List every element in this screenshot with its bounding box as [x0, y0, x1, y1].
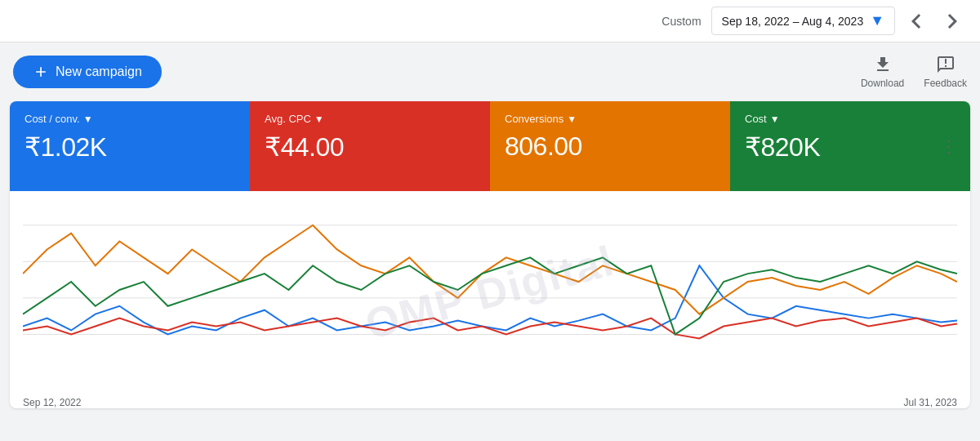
metric-tile-conversions: Conversions ▼ 806.00: [490, 101, 730, 191]
chart-area: OMP Digital: [10, 191, 970, 394]
metrics-row: Cost / conv. ▼ ₹1.02K Avg. CPC ▼ ₹44.00 …: [10, 101, 970, 191]
feedback-button[interactable]: Feedback: [924, 55, 967, 89]
prev-date-button[interactable]: [902, 7, 931, 36]
metric-tile-avg-cpc-chevron[interactable]: ▼: [314, 114, 324, 125]
metric-tile-cost-conv-label: Cost / conv.: [24, 113, 80, 125]
metric-tile-cost-header: Cost ▼: [745, 113, 956, 125]
metric-tile-cost-chevron[interactable]: ▼: [770, 114, 780, 125]
top-bar: Custom Sep 18, 2022 – Aug 4, 2023 ▼: [0, 0, 980, 42]
metric-tile-avg-cpc-header: Avg. CPC ▼: [265, 113, 475, 125]
feedback-label: Feedback: [924, 78, 967, 89]
plus-icon: [33, 64, 49, 80]
feedback-icon: [936, 55, 956, 74]
metric-tile-conversions-label: Conversions: [505, 113, 564, 125]
download-button[interactable]: Download: [861, 55, 904, 89]
metric-tile-cost-conv: Cost / conv. ▼ ₹1.02K: [10, 101, 250, 191]
metric-tile-cost-conv-header: Cost / conv. ▼: [24, 113, 235, 125]
metric-tile-avg-cpc-value: ₹44.00: [265, 131, 475, 163]
chevron-right-icon: [938, 7, 967, 36]
metric-tile-avg-cpc-label: Avg. CPC: [265, 113, 311, 125]
date-range-value: Sep 18, 2022 – Aug 4, 2023: [722, 15, 864, 28]
download-label: Download: [861, 78, 904, 89]
next-date-button[interactable]: [938, 7, 967, 36]
new-campaign-label: New campaign: [56, 65, 142, 79]
chevron-down-icon: ▼: [870, 12, 884, 29]
chevron-left-icon: [902, 7, 931, 36]
action-icons-group: Download Feedback: [861, 55, 967, 89]
download-icon: [873, 55, 893, 74]
action-bar: New campaign Download Feedback: [0, 42, 980, 101]
metric-tile-conversions-value: 806.00: [505, 131, 715, 162]
chart-x-labels: Sep 12, 2022 Jul 31, 2023: [10, 394, 970, 408]
date-range-label: Custom: [662, 15, 701, 28]
new-campaign-button[interactable]: New campaign: [13, 56, 162, 88]
metric-tile-cost-conv-value: ₹1.02K: [24, 131, 235, 163]
x-label-end: Jul 31, 2023: [904, 397, 957, 408]
metric-tile-conversions-header: Conversions ▼: [505, 113, 715, 125]
metric-tile-cost-conv-chevron[interactable]: ▼: [83, 114, 93, 125]
metric-tile-avg-cpc: Avg. CPC ▼ ₹44.00: [250, 101, 490, 191]
chart-svg: [23, 201, 957, 371]
more-options-button[interactable]: ⋮: [938, 133, 960, 159]
metric-tile-conversions-chevron[interactable]: ▼: [567, 114, 577, 125]
metric-tile-cost-label: Cost: [745, 113, 767, 125]
main-card: Cost / conv. ▼ ₹1.02K Avg. CPC ▼ ₹44.00 …: [10, 101, 970, 408]
x-label-start: Sep 12, 2022: [23, 397, 81, 408]
metric-tile-cost-value: ₹820K: [745, 131, 956, 163]
date-range-picker[interactable]: Sep 18, 2022 – Aug 4, 2023 ▼: [711, 7, 895, 35]
metric-tile-cost: Cost ▼ ₹820K ⋮: [730, 101, 970, 191]
